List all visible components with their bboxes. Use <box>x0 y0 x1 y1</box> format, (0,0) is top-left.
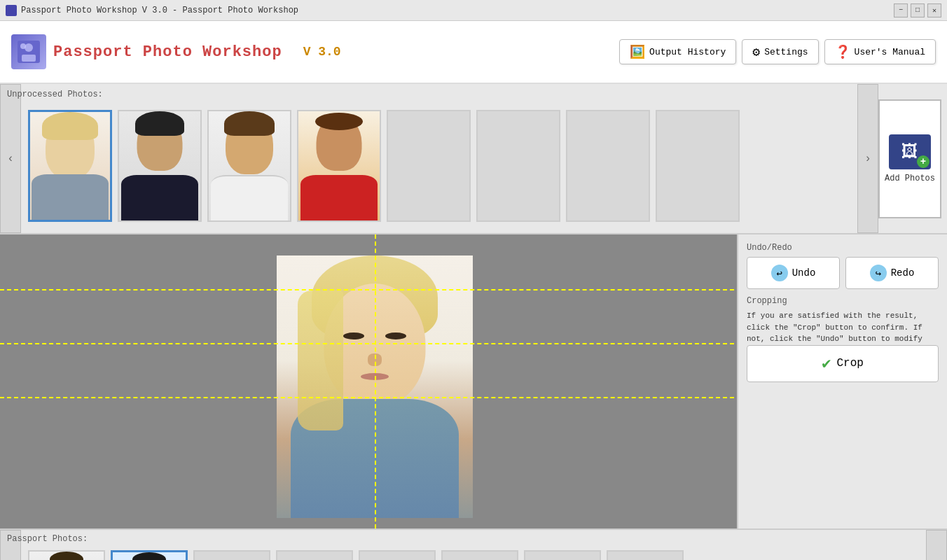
passport-photo-2[interactable] <box>111 550 188 560</box>
close-button[interactable]: ✕ <box>927 4 941 18</box>
window-controls: − □ ✕ <box>894 4 941 18</box>
svg-point-1 <box>25 43 33 52</box>
titlebar: Passport Photo Workshop V 3.0 - Passport… <box>0 0 947 21</box>
unprocessed-photo-4[interactable] <box>297 110 381 222</box>
passport-photo-8 <box>607 550 684 560</box>
undo-label: Undo <box>792 267 816 279</box>
right-panel: Undo/Redo ↩ Undo ↪ Redo Cropping If you … <box>737 234 947 528</box>
cropping-section: Cropping If you are satisfied with the r… <box>747 296 939 382</box>
output-history-button[interactable]: 🖼️ Output History <box>619 39 736 64</box>
passport-strip-next-button[interactable]: › <box>926 530 947 560</box>
add-photos-button[interactable]: 🖼 + Add Photos <box>878 99 941 218</box>
crop-h-line-2 <box>0 343 734 344</box>
minimize-button[interactable]: − <box>894 4 908 18</box>
unprocessed-photo-5 <box>387 110 471 222</box>
canvas-area[interactable] <box>0 234 737 528</box>
app-logo-icon <box>11 34 46 69</box>
strip-next-button[interactable]: › <box>857 84 878 233</box>
redo-icon: ↪ <box>870 265 887 281</box>
undo-button[interactable]: ↩ Undo <box>747 257 840 289</box>
passport-photos-section: Passport Photos: ‹ › <box>0 528 947 560</box>
app-name: Passport Photo Workshop <box>53 43 282 61</box>
header: Passport Photo Workshop V 3.0 🖼️ Output … <box>0 21 947 84</box>
svg-rect-2 <box>22 55 36 62</box>
settings-icon: ⚙️ <box>752 44 760 59</box>
undo-redo-title: Undo/Redo <box>747 243 939 253</box>
output-history-label: Output History <box>649 47 726 57</box>
header-buttons: 🖼️ Output History ⚙️ Settings ❓ User's M… <box>619 39 936 64</box>
undo-icon: ↩ <box>771 265 788 281</box>
passport-photo-3 <box>193 550 270 560</box>
redo-button[interactable]: ↪ Redo <box>845 257 939 289</box>
passport-photo-7 <box>524 550 601 560</box>
unprocessed-photo-6 <box>476 110 560 222</box>
crop-label: Crop <box>836 357 863 370</box>
settings-button[interactable]: ⚙️ Settings <box>742 39 818 64</box>
unprocessed-photo-3[interactable] <box>207 110 291 222</box>
users-manual-button[interactable]: ❓ User's Manual <box>824 39 936 64</box>
passport-photo-1[interactable] <box>28 550 105 560</box>
strip-prev-button[interactable]: ‹ <box>0 84 21 233</box>
add-photos-icon: 🖼 + <box>889 134 931 169</box>
undo-redo-row: ↩ Undo ↪ Redo <box>747 257 939 289</box>
unprocessed-photo-8 <box>656 110 740 222</box>
users-manual-label: User's Manual <box>855 47 925 57</box>
add-photos-label: Add Photos <box>885 174 935 183</box>
unprocessed-photos-section: Unprocessed Photos: ‹ <box>0 84 947 234</box>
unprocessed-label: Unprocessed Photos: <box>7 90 103 99</box>
crop-h-line-3 <box>0 397 734 398</box>
undo-redo-section: Undo/Redo ↩ Undo ↪ Redo <box>747 243 939 289</box>
maximize-button[interactable]: □ <box>911 4 925 18</box>
manual-icon: ❓ <box>835 44 850 59</box>
passport-photos-strip <box>21 531 926 560</box>
logo-area: Passport Photo Workshop V 3.0 <box>11 34 619 69</box>
cropping-title: Cropping <box>747 296 939 306</box>
unprocessed-photo-1[interactable] <box>28 110 112 222</box>
passport-label: Passport Photos: <box>7 534 88 544</box>
app-icon <box>6 5 17 16</box>
plus-icon: + <box>917 155 929 168</box>
output-history-icon: 🖼️ <box>630 44 645 59</box>
unprocessed-photo-7 <box>566 110 650 222</box>
cropping-info-text: If you are satisfied with the result, cl… <box>747 310 939 345</box>
checkmark-icon: ✔ <box>822 354 831 373</box>
window-title: Passport Photo Workshop V 3.0 - Passport… <box>21 6 894 15</box>
passport-photo-5 <box>359 550 436 560</box>
redo-label: Redo <box>891 267 915 279</box>
svg-point-3 <box>20 43 26 49</box>
crop-button[interactable]: ✔ Crop <box>747 345 939 382</box>
passport-photo-6 <box>441 550 518 560</box>
main-editing-area: Undo/Redo ↩ Undo ↪ Redo Cropping If you … <box>0 234 947 528</box>
crop-v-line-1 <box>375 234 376 528</box>
settings-label: Settings <box>764 47 808 57</box>
crop-h-line-1 <box>0 289 734 290</box>
unprocessed-photos-strip <box>21 89 857 229</box>
passport-photo-4 <box>276 550 353 560</box>
unprocessed-photo-2[interactable] <box>118 110 202 222</box>
app-version: V 3.0 <box>303 45 341 59</box>
